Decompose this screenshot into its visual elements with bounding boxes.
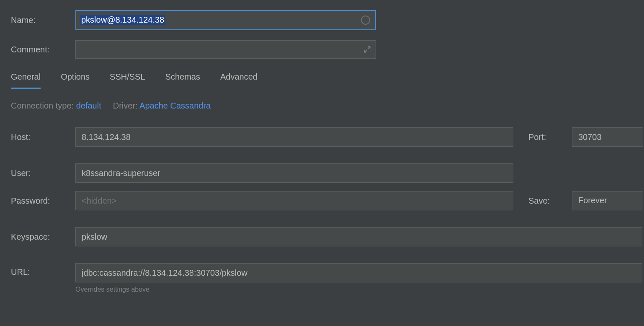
user-label: User: <box>11 168 75 178</box>
connection-type-label: Connection type: <box>11 101 74 110</box>
name-label: Name: <box>11 16 75 25</box>
tab-schemas[interactable]: Schemas <box>165 69 200 89</box>
password-label: Password: <box>11 196 75 206</box>
url-input[interactable] <box>75 263 642 282</box>
url-row: URL: Overrides settings above <box>11 263 644 293</box>
tab-options[interactable]: Options <box>61 69 90 89</box>
tab-general[interactable]: General <box>11 69 41 89</box>
user-row: User: <box>11 163 644 183</box>
url-section: Overrides settings above <box>75 263 642 293</box>
user-input[interactable] <box>75 163 513 183</box>
driver-group: Driver: Apache Cassandra <box>113 101 211 111</box>
password-input[interactable] <box>75 191 513 210</box>
tabs-bar: General Options SSH/SSL Schemas Advanced <box>11 69 644 89</box>
save-select[interactable]: Forever <box>572 191 643 210</box>
keyspace-row: Keyspace: <box>11 227 644 246</box>
datasource-settings-panel: Name: pkslow@8.134.124.38 Comment: Gener… <box>0 0 644 293</box>
port-section: Port: <box>528 127 643 147</box>
comment-input-wrapper <box>75 40 376 59</box>
host-input[interactable] <box>75 127 513 147</box>
fields-section: Host: Port: User: Password: Save: Foreve… <box>11 127 644 293</box>
driver-link[interactable]: Apache Cassandra <box>139 101 211 110</box>
driver-label: Driver: <box>113 101 138 110</box>
url-label: URL: <box>11 263 75 277</box>
connection-info-row: Connection type: default Driver: Apache … <box>11 101 644 111</box>
password-row: Password: Save: Forever <box>11 191 644 210</box>
keyspace-label: Keyspace: <box>11 232 75 242</box>
save-section: Save: Forever <box>528 191 643 210</box>
host-row: Host: Port: <box>11 127 644 147</box>
comment-label: Comment: <box>11 45 75 54</box>
port-label: Port: <box>528 132 572 142</box>
port-input[interactable] <box>572 127 643 147</box>
comment-input[interactable] <box>75 40 376 59</box>
comment-row: Comment: <box>11 40 644 59</box>
keyspace-input[interactable] <box>75 227 642 246</box>
connection-type-link[interactable]: default <box>76 101 101 110</box>
color-indicator-icon[interactable] <box>361 16 370 25</box>
url-hint: Overrides settings above <box>75 286 642 293</box>
name-row: Name: pkslow@8.134.124.38 <box>11 10 644 30</box>
name-input-wrapper: pkslow@8.134.124.38 <box>75 10 376 30</box>
expand-icon[interactable] <box>363 46 371 53</box>
tab-ssh-ssl[interactable]: SSH/SSL <box>110 69 145 89</box>
host-label: Host: <box>11 132 75 142</box>
save-label: Save: <box>528 196 572 206</box>
connection-type-group: Connection type: default <box>11 101 101 111</box>
tab-advanced[interactable]: Advanced <box>220 69 258 89</box>
name-input-selection: pkslow@8.134.124.38 <box>80 15 165 25</box>
